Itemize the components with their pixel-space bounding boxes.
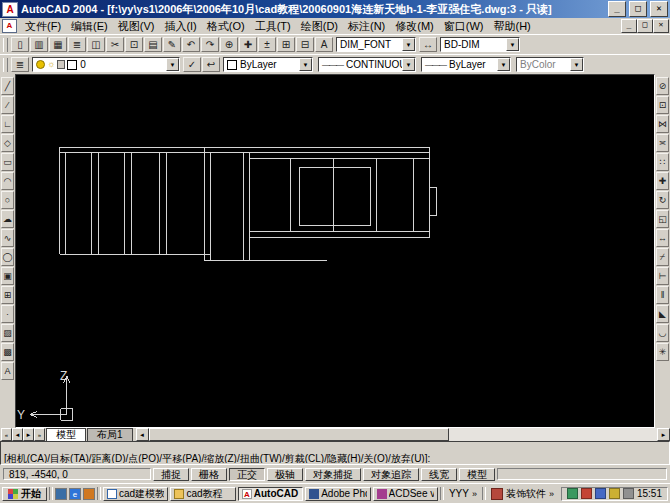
make-object-layer-current-icon[interactable]: ✓ [183,57,201,72]
layer-manager-icon[interactable]: ≣ [11,57,29,72]
tray-icon-3[interactable] [595,488,606,499]
chevron-down-icon[interactable]: ▼ [402,38,415,51]
break-button[interactable]: ‖ [656,286,669,304]
internet-explorer-icon[interactable]: e [69,488,81,500]
linetype-combo[interactable]: ——— CONTINUOUS ▼ [318,57,416,72]
toolbar-decor-software[interactable]: 装饰软件 » [488,487,557,501]
copy-object-button[interactable]: ⊡ [656,96,669,114]
chevron-down-icon[interactable]: ▼ [402,58,415,71]
task-photoshop[interactable]: Adobe Photo... [305,487,370,501]
layer-combo[interactable]: ☼ 0 ▼ [32,57,180,72]
redo-button[interactable]: ↷ [201,37,219,52]
chevron-down-icon[interactable]: ▼ [506,38,519,51]
insert-block-button[interactable]: ▣ [1,267,14,285]
print-button[interactable]: ≣ [68,37,86,52]
match-properties-button[interactable]: ✎ [163,37,181,52]
offset-button[interactable]: ≍ [656,134,669,152]
command-prompt[interactable]: [相机(CA)/目标(TA)/距离(D)/点(PO)/平移(PA)/缩放(Z)/… [4,453,666,464]
clock[interactable]: 15:51 [637,488,662,499]
zoom-previous-button[interactable]: ⊟ [296,37,314,52]
fillet-button[interactable]: ◡ [656,324,669,342]
zoom-realtime-button[interactable]: ± [258,37,276,52]
scroll-right-button[interactable]: ► [657,428,670,441]
tray-icon-1[interactable] [567,488,578,499]
dim-style-combo[interactable]: BD-DIM ▼ [440,37,520,52]
drawing-canvas[interactable]: Z Y [15,74,655,428]
toggle-osnap[interactable]: 对象捕捉 [305,468,361,481]
child-close-button[interactable]: ✕ [653,19,669,33]
undo-button[interactable]: ↶ [182,37,200,52]
chevron-down-icon[interactable]: ▼ [299,58,312,71]
window-close-button[interactable]: ✕ [650,1,668,17]
region-button[interactable]: ▩ [1,343,14,361]
scale-button[interactable]: ◱ [656,210,669,228]
multiline-text-button[interactable]: A [1,362,14,380]
polyline-button[interactable]: ∟ [1,115,14,133]
command-window[interactable]: [相机(CA)/目标(TA)/距离(D)/点(PO)/平移(PA)/缩放(Z)/… [0,441,670,465]
hatch-button[interactable]: ▨ [1,324,14,342]
toolbar-drag-handle[interactable] [3,38,8,52]
scrollbar-track[interactable] [449,428,657,441]
window-minimize-button[interactable]: _ [608,1,626,17]
menu-format[interactable]: 格式(O) [202,18,250,35]
zoom-window-button[interactable]: ⊞ [277,37,295,52]
text-style-combo[interactable]: DIM_FONT ▼ [336,37,416,52]
media-player-icon[interactable] [83,488,95,500]
menu-window[interactable]: 窗口(W) [439,18,489,35]
toolbar-yyy[interactable]: YYY » [446,488,480,499]
plot-style-combo[interactable]: ByColor ▼ [516,57,584,72]
rectangle-button[interactable]: ▭ [1,153,14,171]
tab-first-button[interactable]: « [1,428,12,441]
toggle-otrack[interactable]: 对象追踪 [363,468,419,481]
erase-button[interactable]: ⊘ [656,77,669,95]
pan-realtime-button[interactable]: ✚ [239,37,257,52]
polygon-button[interactable]: ◇ [1,134,14,152]
task-autocad[interactable]: AAutoCAD 200... [238,487,303,501]
menu-dimension[interactable]: 标注(N) [343,18,390,35]
child-minimize-button[interactable]: _ [621,19,637,33]
task-cad-modeling-tutorial[interactable]: cad建模教程 [103,487,168,501]
ellipse-button[interactable]: ◯ [1,248,14,266]
toggle-snap[interactable]: 捕捉 [153,468,189,481]
cut-button[interactable]: ✂ [106,37,124,52]
rotate-button[interactable]: ↻ [656,191,669,209]
revision-cloud-button[interactable]: ☁ [1,210,14,228]
child-restore-button[interactable]: □ [637,19,653,33]
window-restore-button[interactable]: □ [629,1,647,17]
make-block-button[interactable]: ⊞ [1,286,14,304]
circle-button[interactable]: ○ [1,191,14,209]
toggle-ortho[interactable]: 正交 [229,468,265,481]
scrollbar-thumb[interactable] [149,428,449,441]
tab-model[interactable]: 模型 [46,428,86,441]
point-button[interactable]: · [1,305,14,323]
new-file-button[interactable]: ▯ [11,37,29,52]
start-button[interactable]: 开始 [2,487,47,501]
scroll-left-button[interactable]: ◄ [136,428,149,441]
chevron-down-icon[interactable]: ▼ [497,58,510,71]
toggle-lwt[interactable]: 线宽 [421,468,457,481]
layer-freeze-icon[interactable]: ☼ [47,60,55,69]
copy-clip-button[interactable]: ⊡ [125,37,143,52]
coordinates-readout[interactable]: 819, -4540, 0 [3,468,151,480]
save-file-button[interactable]: ▦ [49,37,67,52]
color-combo[interactable]: ByLayer ▼ [223,57,313,72]
dim-style-icon[interactable]: ↔ [419,37,437,52]
tray-icon-4[interactable] [609,488,620,499]
plot-preview-button[interactable]: ◫ [87,37,105,52]
trim-button[interactable]: ⌿ [656,248,669,266]
move-button[interactable]: ✚ [656,172,669,190]
mirror-button[interactable]: ⋈ [656,115,669,133]
chevron-icon[interactable]: » [472,489,477,499]
tab-next-button[interactable]: ► [23,428,34,441]
chamfer-button[interactable]: ◣ [656,305,669,323]
open-file-button[interactable]: ▥ [30,37,48,52]
menu-draw[interactable]: 绘图(D) [296,18,343,35]
stretch-button[interactable]: ↔ [656,229,669,247]
tray-icon-5[interactable] [623,488,634,499]
arc-button[interactable]: ◠ [1,172,14,190]
line-button[interactable]: ╱ [1,77,14,95]
tab-last-button[interactable]: » [34,428,45,441]
layer-previous-icon[interactable]: ↩ [202,57,220,72]
chevron-down-icon[interactable]: ▼ [166,58,179,71]
tab-previous-button[interactable]: ◄ [12,428,23,441]
